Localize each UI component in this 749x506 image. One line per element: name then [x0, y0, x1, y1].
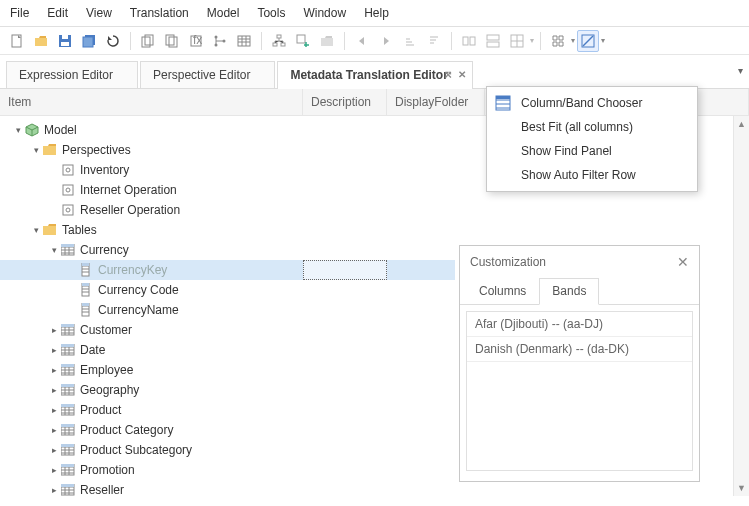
menu-edit[interactable]: Edit	[47, 6, 68, 20]
dup2-icon[interactable]	[161, 30, 183, 52]
expand-icon[interactable]	[48, 325, 60, 335]
tree-row[interactable]: Product Category	[0, 420, 300, 440]
tree-row[interactable]: CurrencyName	[0, 300, 300, 320]
tree[interactable]: ModelPerspectivesInventoryInternet Opera…	[0, 116, 300, 496]
tree-row[interactable]: Promotion	[0, 460, 300, 480]
tree-row[interactable]: Geography	[0, 380, 300, 400]
expand-icon[interactable]	[48, 405, 60, 415]
svg-rect-26	[43, 146, 56, 155]
table-icon[interactable]	[233, 30, 255, 52]
ctx-find-panel[interactable]: Show Find Panel	[487, 139, 697, 163]
tree-label: Employee	[80, 363, 133, 377]
col-item[interactable]: Item	[0, 89, 303, 115]
script-icon[interactable]: fx	[185, 30, 207, 52]
svg-rect-41	[82, 303, 89, 306]
close-icon[interactable]: ✕	[458, 69, 466, 80]
expand-icon[interactable]	[30, 225, 42, 235]
right-icon[interactable]	[375, 30, 397, 52]
tree-row[interactable]: Perspectives	[0, 140, 300, 160]
sortup-icon[interactable]	[399, 30, 421, 52]
tree-row[interactable]: Currency Code	[0, 280, 300, 300]
open-icon[interactable]	[30, 30, 52, 52]
add-icon[interactable]	[292, 30, 314, 52]
menu-window[interactable]: Window	[303, 6, 346, 20]
tree-label: Model	[44, 123, 77, 137]
left-icon[interactable]	[351, 30, 373, 52]
expand-icon[interactable]	[48, 425, 60, 435]
tree-icon[interactable]	[209, 30, 231, 52]
svg-rect-55	[61, 444, 74, 447]
tree-row[interactable]: Inventory	[0, 160, 300, 180]
saveall-icon[interactable]	[78, 30, 100, 52]
scroll-down-icon[interactable]: ▼	[734, 480, 749, 496]
group2-icon[interactable]	[482, 30, 504, 52]
menu-file[interactable]: File	[10, 6, 29, 20]
tree-row[interactable]: Internet Operation	[0, 180, 300, 200]
tree-row[interactable]: Product Subcategory	[0, 440, 300, 460]
expand-icon[interactable]	[30, 145, 42, 155]
persp-icon	[60, 163, 76, 177]
dup-icon[interactable]	[137, 30, 159, 52]
custom-tab-columns[interactable]: Columns	[466, 278, 539, 304]
refresh-icon[interactable]	[102, 30, 124, 52]
customization-title: Customization	[470, 255, 546, 269]
tree-row[interactable]: Employee	[0, 360, 300, 380]
table-icon	[60, 363, 76, 377]
group3-icon[interactable]	[506, 30, 528, 52]
expand-icon[interactable]	[48, 485, 60, 495]
menu-model[interactable]: Model	[207, 6, 240, 20]
ctx-filter-row[interactable]: Show Auto Filter Row	[487, 163, 697, 187]
customization-close-icon[interactable]: ✕	[677, 254, 689, 270]
tab-metadata[interactable]: Metadata Translation Editor ⤲ ✕	[277, 61, 472, 89]
menu-tools[interactable]: Tools	[257, 6, 285, 20]
band-item[interactable]: Afar (Djibouti) -- (aa-DJ)	[467, 312, 692, 337]
expand-icon[interactable]	[48, 365, 60, 375]
document-tabs: Expression Editor Perspective Editor Met…	[0, 55, 749, 89]
scroll-up-icon[interactable]: ▲	[734, 116, 749, 132]
tree-row[interactable]: Currency	[0, 240, 300, 260]
expand-icon[interactable]	[48, 385, 60, 395]
selection-cell[interactable]	[303, 260, 387, 280]
save-icon[interactable]	[54, 30, 76, 52]
svg-rect-45	[61, 344, 74, 347]
table-icon	[60, 323, 76, 337]
tabs-overflow[interactable]: ▾	[738, 65, 743, 76]
table-icon	[60, 243, 76, 257]
sortdown-icon[interactable]	[423, 30, 445, 52]
new-icon[interactable]	[6, 30, 28, 52]
menu-translation[interactable]: Translation	[130, 6, 189, 20]
expand-icon[interactable]	[48, 345, 60, 355]
band-item[interactable]: Danish (Denmark) -- (da-DK)	[467, 337, 692, 362]
tree-row[interactable]: Date	[0, 340, 300, 360]
tree-row[interactable]: CurrencyKey	[0, 260, 300, 280]
view1-icon[interactable]	[547, 30, 569, 52]
tree-row[interactable]: Model	[0, 120, 300, 140]
svg-text:fx: fx	[193, 34, 202, 47]
folder-icon	[42, 143, 58, 157]
tree-row[interactable]: Product	[0, 400, 300, 420]
tree-row[interactable]: Reseller	[0, 480, 300, 496]
expand-icon[interactable]	[48, 465, 60, 475]
tree-row[interactable]: Customer	[0, 320, 300, 340]
tree-row[interactable]: Tables	[0, 220, 300, 240]
col-displayfolder[interactable]: DisplayFolder	[387, 89, 485, 115]
ctx-column-chooser[interactable]: Column/Band Chooser	[487, 91, 697, 115]
ctx-best-fit[interactable]: Best Fit (all columns)	[487, 115, 697, 139]
menu-help[interactable]: Help	[364, 6, 389, 20]
hier-icon[interactable]	[268, 30, 290, 52]
tab-expression[interactable]: Expression Editor	[6, 61, 138, 88]
custom-tab-bands[interactable]: Bands	[539, 278, 599, 305]
customization-panel: Customization ✕ Columns Bands Afar (Djib…	[459, 245, 700, 482]
menu-view[interactable]: View	[86, 6, 112, 20]
col-description[interactable]: Description	[303, 89, 387, 115]
tree-row[interactable]: Reseller Operation	[0, 200, 300, 220]
expand-icon[interactable]	[12, 125, 24, 135]
scrollbar[interactable]: ▲ ▼	[733, 116, 749, 496]
pin-icon[interactable]: ⤲	[444, 69, 452, 80]
group1-icon[interactable]	[458, 30, 480, 52]
expand-icon[interactable]	[48, 245, 60, 255]
folder-icon[interactable]	[316, 30, 338, 52]
tab-perspective[interactable]: Perspective Editor	[140, 61, 275, 88]
expand-icon[interactable]	[48, 445, 60, 455]
view2-icon[interactable]	[577, 30, 599, 52]
